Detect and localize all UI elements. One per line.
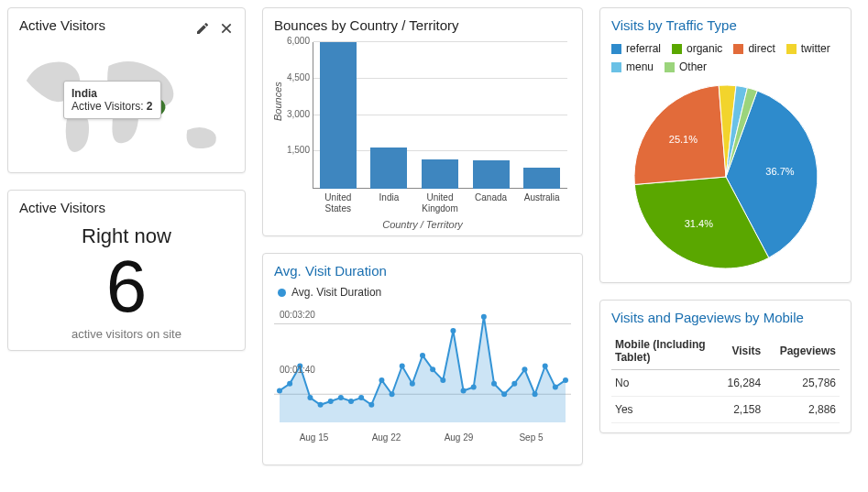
card-avg-duration: Avg. Visit Duration Avg. Visit Duration … — [262, 253, 583, 465]
legend-text: direct — [748, 42, 775, 55]
legend-label: Avg. Visit Duration — [291, 286, 381, 299]
cell-label: No — [611, 370, 717, 397]
legend-item-Other[interactable]: Other — [665, 60, 707, 73]
linechart-ytick: 00:03:20 — [280, 310, 315, 320]
line-point[interactable] — [461, 388, 467, 393]
barchart-xtick: Canada — [466, 192, 517, 214]
linechart-xrow: Aug 15 Aug 22 Aug 29 Sep 5 — [274, 431, 571, 443]
table-col-pageviews: Pageviews — [764, 333, 840, 370]
cell-pv: 25,786 — [764, 370, 840, 397]
linechart-xtick: Aug 22 — [350, 432, 423, 443]
legend-text: Other — [679, 60, 707, 73]
legend-text: twitter — [801, 42, 830, 55]
table-row: Yes 2,158 2,886 — [611, 397, 840, 423]
line-point[interactable] — [379, 377, 384, 383]
card-bounces: Bounces by Country / Territory Bounces 1… — [262, 7, 583, 236]
line-point[interactable] — [338, 395, 344, 400]
card-active-visitors-map: Active Visitors India — [7, 7, 246, 173]
legend-swatch-icon — [611, 62, 621, 72]
legend-text: menu — [626, 60, 654, 73]
line-point[interactable] — [553, 385, 558, 390]
map-tooltip: India Active Visitors: 2 — [63, 81, 161, 119]
tooltip-country: India — [71, 87, 97, 100]
linechart-ytick: 00:01:40 — [280, 365, 315, 375]
legend-swatch-icon — [665, 62, 675, 72]
pie-slice-label-direct: 25.1% — [669, 134, 698, 145]
card-mobile-table: Visits and Pageviews by Mobile Mobile (I… — [599, 300, 852, 433]
legend-item-twitter[interactable]: twitter — [786, 42, 830, 55]
mobile-table: Mobile (Including Tablet) Visits Pagevie… — [611, 333, 840, 423]
world-map[interactable]: India Active Visitors: 2 — [19, 44, 234, 163]
line-point[interactable] — [287, 381, 292, 387]
line-point[interactable] — [420, 353, 425, 358]
legend-swatch-icon — [733, 44, 743, 54]
edit-icon[interactable] — [195, 21, 210, 36]
line-point[interactable] — [491, 381, 497, 387]
line-point[interactable] — [348, 399, 354, 404]
card-traffic-type: Visits by Traffic Type referralorganicdi… — [599, 7, 852, 283]
close-icon[interactable] — [219, 21, 234, 36]
legend-item-direct[interactable]: direct — [733, 42, 775, 55]
card-title: Visits and Pageviews by Mobile — [611, 310, 840, 325]
bar[interactable] — [523, 168, 560, 189]
card-title: Active Visitors — [19, 17, 105, 33]
bar[interactable] — [370, 148, 407, 189]
legend-swatch-icon — [611, 44, 621, 54]
pie-slice-label-organic: 31.4% — [685, 218, 713, 229]
bar[interactable] — [422, 159, 458, 189]
legend-item-menu[interactable]: menu — [611, 60, 654, 73]
card-title: Active Visitors — [19, 200, 234, 215]
column-1: Active Visitors India — [7, 7, 246, 465]
bar[interactable] — [320, 42, 357, 189]
pie-svg — [630, 81, 822, 273]
legend-item-organic[interactable]: organic — [672, 42, 722, 55]
line-point[interactable] — [522, 366, 527, 372]
line-point[interactable] — [430, 366, 435, 372]
legend-dot-icon — [278, 289, 286, 297]
line-point[interactable] — [543, 364, 548, 369]
line-point[interactable] — [368, 402, 374, 408]
barchart-xlabel: Country / Territory — [274, 219, 571, 230]
card-right-now: Active Visitors Right now 6 active visit… — [7, 190, 246, 351]
table-col-mobile: Mobile (Including Tablet) — [611, 333, 717, 370]
line-point[interactable] — [328, 399, 334, 404]
card-title: Visits by Traffic Type — [611, 17, 840, 33]
line-point[interactable] — [410, 381, 415, 387]
line-point[interactable] — [511, 381, 517, 387]
table-col-visits: Visits — [717, 333, 765, 370]
line-point[interactable] — [358, 395, 364, 400]
cell-visits: 2,158 — [717, 397, 765, 423]
line-point[interactable] — [400, 364, 405, 369]
legend-text: referral — [626, 42, 661, 55]
barchart-xtick: United Kingdom — [414, 192, 466, 214]
bar[interactable] — [473, 160, 510, 189]
line-point[interactable] — [533, 391, 538, 397]
legend-swatch-icon — [672, 44, 682, 54]
barchart-xtick: United States — [313, 192, 364, 214]
tooltip-label: Active Visitors: — [71, 100, 143, 113]
line-point[interactable] — [307, 395, 313, 400]
barchart-xtick: Australia — [516, 192, 567, 214]
barchart-xtick: India — [364, 192, 415, 214]
dashboard: Active Visitors India — [7, 7, 861, 465]
line-point[interactable] — [501, 391, 507, 397]
linechart-xtick: Sep 5 — [495, 432, 567, 443]
pie-slice-label-referral: 36.7% — [765, 166, 794, 177]
pie-chart: 36.7% 31.4% 25.1% — [611, 81, 840, 273]
card-title: Avg. Visit Duration — [274, 263, 571, 279]
line-point[interactable] — [440, 377, 445, 383]
cell-label: Yes — [611, 397, 717, 423]
column-2: Bounces by Country / Territory Bounces 1… — [262, 7, 583, 465]
line-point[interactable] — [390, 391, 395, 397]
line-point[interactable] — [318, 402, 324, 408]
legend-item-referral[interactable]: referral — [611, 42, 661, 55]
line-point[interactable] — [277, 388, 282, 393]
line-point[interactable] — [481, 314, 487, 320]
linechart-legend: Avg. Visit Duration — [278, 286, 571, 299]
line-point[interactable] — [450, 328, 456, 333]
right-now-sub: active visitors on site — [19, 327, 234, 341]
cell-visits: 16,284 — [717, 370, 765, 397]
line-point[interactable] — [471, 385, 477, 390]
bounces-barchart: Bounces 1,5003,0004,5006,000 United Stat… — [274, 38, 571, 226]
line-point[interactable] — [563, 377, 568, 383]
